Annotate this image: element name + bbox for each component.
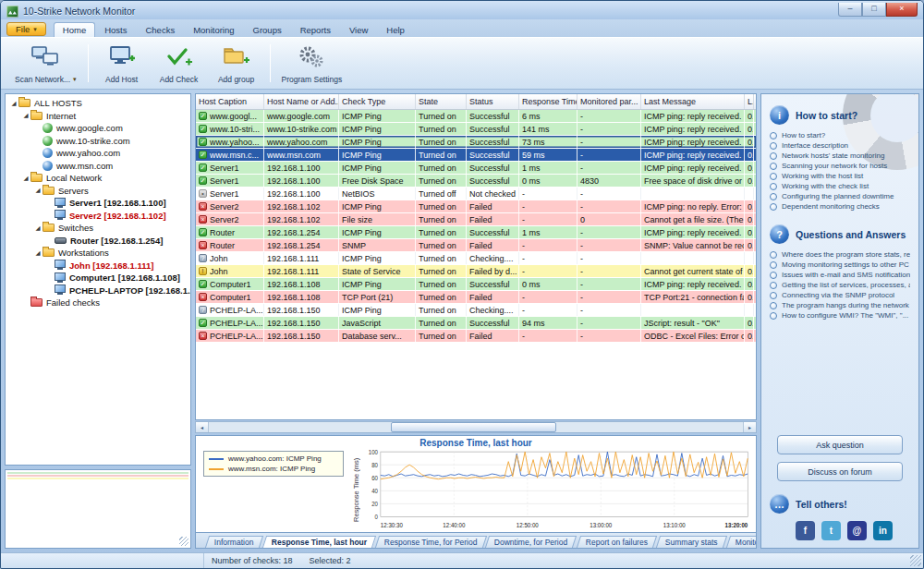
- help-link-issues-with-e-mail-and-sms-notifications[interactable]: Issues with e-mail and SMS notifications: [770, 271, 910, 279]
- table-row[interactable]: !John192.168.1.111State of ServiceTurned…: [196, 265, 756, 278]
- tree-item-www-google-com[interactable]: www.google.com: [6, 122, 190, 135]
- resize-grip-icon[interactable]: [910, 555, 921, 566]
- scroll-right-button[interactable]: ▸: [743, 422, 756, 432]
- tree-item-pchelp-laptop-192-168-1-150[interactable]: PCHELP-LAPTOP [192.168.1.150]: [6, 284, 190, 297]
- table-row[interactable]: ?John192.168.1.111ICMP PingTurned onChec…: [196, 252, 756, 265]
- help-link-configuring-the-planned-downtime[interactable]: Configuring the planned downtime: [770, 192, 910, 200]
- discuss-forum-button[interactable]: Discuss on forum: [777, 462, 903, 481]
- table-row[interactable]: ✓Router192.168.1.254ICMP PingTurned onSu…: [196, 226, 756, 239]
- column-header-monitored-par[interactable]: Monitored par...: [578, 94, 641, 109]
- toolbar-button-add-host[interactable]: Add Host: [93, 41, 151, 86]
- facebook-icon[interactable]: f: [796, 521, 815, 540]
- expander-icon[interactable]: ◢: [21, 113, 30, 119]
- toolbar-button-scan-network[interactable]: Scan Network...▾: [8, 41, 83, 86]
- column-header-state[interactable]: State: [416, 94, 467, 109]
- tree-item-www-yahoo-com[interactable]: www.yahoo.com: [6, 147, 190, 160]
- help-link-scanning-your-network-for-hosts[interactable]: Scanning your network for hosts: [770, 162, 910, 170]
- twitter-icon[interactable]: t: [821, 521, 841, 540]
- scroll-left-button[interactable]: ◂: [196, 422, 209, 432]
- column-header-check-type[interactable]: Check Type: [339, 94, 416, 109]
- table-row[interactable]: ✓www.10-stri...www.10-strike.comICMP Pin…: [196, 123, 756, 136]
- table-row[interactable]: •Server1192.168.1.100NetBIOSTurned offNo…: [196, 188, 756, 200]
- help-link-interface-description[interactable]: Interface description: [770, 141, 910, 150]
- column-header-response-time[interactable]: Response Time: [519, 94, 578, 109]
- column-header-host-caption[interactable]: Host Caption: [196, 94, 264, 109]
- column-header-host-name-or-add[interactable]: Host Name or Add...: [264, 94, 339, 109]
- menu-tab-help[interactable]: Help: [377, 22, 414, 37]
- table-row[interactable]: ×Router192.168.1.254SNMPTurned onFailed-…: [196, 239, 756, 252]
- titlebar[interactable]: 10-Strike Network Monitor – □ ×: [1, 1, 923, 19]
- menu-tab-home[interactable]: Home: [54, 22, 95, 37]
- help-link-moving-monitoring-settings-to-other-pc[interactable]: Moving monitoring settings to other PC: [770, 260, 910, 269]
- table-row[interactable]: ×Server2192.168.1.102File sizeTurned onF…: [196, 213, 756, 226]
- help-link-working-with-the-check-list[interactable]: Working with the check list: [770, 182, 910, 190]
- column-header-status[interactable]: Status: [467, 94, 519, 109]
- column-header-l[interactable]: L...: [745, 94, 754, 109]
- tree-item-failed-checks[interactable]: Failed checks: [6, 297, 190, 309]
- help-link-the-program-hangs-during-the-network[interactable]: The program hangs during the network ...: [770, 301, 910, 309]
- toolbar-button-add-group[interactable]: Add group: [208, 41, 265, 86]
- tab-response-time-last-hour[interactable]: Response Time, last hour: [261, 536, 376, 548]
- help-link-how-to-start[interactable]: How to start?: [770, 131, 910, 139]
- help-link-network-hosts-state-monitoring[interactable]: Network hosts' state monitoring: [770, 151, 910, 160]
- tab-response-time-for-period[interactable]: Response Time, for Period: [375, 536, 487, 548]
- table-row[interactable]: ✓PCHELP-LA...192.168.1.150JavaScriptTurn…: [196, 317, 756, 330]
- tree-item-server1-192-168-1-100[interactable]: Server1 [192.168.1.100]: [6, 197, 190, 210]
- maximize-button[interactable]: □: [862, 3, 886, 17]
- table-row[interactable]: ?PCHELP-LA...192.168.1.150ICMP PingTurne…: [196, 304, 756, 317]
- help-link-connecting-via-the-snmp-protocol[interactable]: Connecting via the SNMP protocol: [770, 291, 910, 299]
- tree-item-john-192-168-1-111[interactable]: John [192.168.1.111]: [6, 260, 190, 272]
- expander-icon[interactable]: ◢: [21, 176, 30, 182]
- menu-tab-groups[interactable]: Groups: [244, 22, 291, 37]
- tab-summary-stats[interactable]: Summary stats: [656, 536, 727, 548]
- tree-item-www-msn-com[interactable]: www.msn.com: [6, 160, 190, 173]
- tree-item-workstations[interactable]: ◢Workstations: [6, 247, 190, 260]
- expander-icon[interactable]: ◢: [33, 225, 43, 232]
- table-row[interactable]: ✓Computer1192.168.1.108ICMP PingTurned o…: [196, 278, 756, 291]
- tree-item-switches[interactable]: ◢Switches: [6, 222, 190, 235]
- tab-downtime-for-period[interactable]: Downtime, for Period: [485, 536, 578, 548]
- tree-item-server2-192-168-1-102[interactable]: Server2 [192.168.1.102]: [6, 210, 190, 223]
- toolbar-button-program-settings[interactable]: Program Settings: [275, 41, 349, 86]
- tab-information[interactable]: Information: [205, 536, 263, 548]
- help-link-where-does-the-program-store-stats-re[interactable]: Where does the program store stats, re..…: [770, 250, 910, 259]
- menu-tab-reports[interactable]: Reports: [291, 22, 340, 37]
- menu-tab-checks[interactable]: Checks: [136, 22, 184, 37]
- tree-item-computer1-192-168-1-108[interactable]: Computer1 [192.168.1.108]: [6, 272, 190, 284]
- expander-icon[interactable]: ◢: [9, 101, 18, 107]
- scrollbar-thumb[interactable]: [391, 422, 556, 432]
- help-link-dependent-monitoring-checks[interactable]: Dependent monitoring checks: [770, 202, 910, 211]
- share-icon[interactable]: @: [847, 521, 867, 540]
- ask-question-button[interactable]: Ask question: [777, 435, 903, 454]
- table-row[interactable]: ×PCHELP-LA...192.168.1.150Database serv.…: [196, 330, 756, 343]
- menu-tab-monitoring[interactable]: Monitoring: [184, 22, 243, 37]
- menu-tab-hosts[interactable]: Hosts: [95, 22, 136, 37]
- tree-item-router-192-168-1-254[interactable]: Router [192.168.1.254]: [6, 235, 190, 248]
- minimize-button[interactable]: –: [838, 3, 862, 17]
- expander-icon[interactable]: ◢: [33, 188, 43, 194]
- horizontal-scrollbar[interactable]: ◂ ▸: [195, 421, 757, 433]
- tab-monitored-parameter[interactable]: Monitored parameter: [726, 536, 757, 548]
- table-row[interactable]: ✓www.msn.c...www.msn.comICMP PingTurned …: [196, 149, 756, 162]
- table-row[interactable]: ×Computer1192.168.1.108TCP Port (21)Turn…: [196, 291, 756, 304]
- linkedin-icon[interactable]: in: [873, 521, 893, 540]
- tree-item-www-10-strike-com[interactable]: www.10-strike.com: [6, 135, 190, 148]
- column-header-last-message[interactable]: Last Message: [641, 94, 745, 109]
- tab-report-on-failures[interactable]: Report on failures: [577, 536, 657, 548]
- table-row[interactable]: ✓www.yahoo...www.yahoo.comICMP PingTurne…: [196, 136, 756, 149]
- close-button[interactable]: ×: [886, 3, 918, 17]
- scrollbar-track[interactable]: [209, 422, 743, 432]
- tree-item-all-hosts[interactable]: ◢ALL HOSTS: [6, 97, 190, 110]
- resize-grip-icon[interactable]: [179, 537, 188, 546]
- help-link-how-to-configure-wmi-the-wmi[interactable]: How to configure WMI? The "WMI", "...: [770, 311, 910, 320]
- help-link-working-with-the-host-list[interactable]: Working with the host list: [770, 172, 910, 180]
- table-row[interactable]: ✓Server1192.168.1.100Free Disk SpaceTurn…: [196, 175, 756, 188]
- table-row[interactable]: ✓www.googl...www.google.comICMP PingTurn…: [196, 110, 756, 123]
- tree-item-internet[interactable]: ◢Internet: [6, 110, 190, 123]
- file-menu-button[interactable]: File ▾: [6, 22, 46, 36]
- tree-item-local-network[interactable]: ◢Local Network: [6, 172, 190, 185]
- expander-icon[interactable]: ◢: [33, 250, 43, 257]
- table-row[interactable]: ✓Server1192.168.1.100ICMP PingTurned onS…: [196, 162, 756, 175]
- table-row[interactable]: ×Server2192.168.1.102ICMP PingTurned onF…: [196, 200, 756, 213]
- toolbar-button-add-check[interactable]: Add Check: [151, 41, 208, 86]
